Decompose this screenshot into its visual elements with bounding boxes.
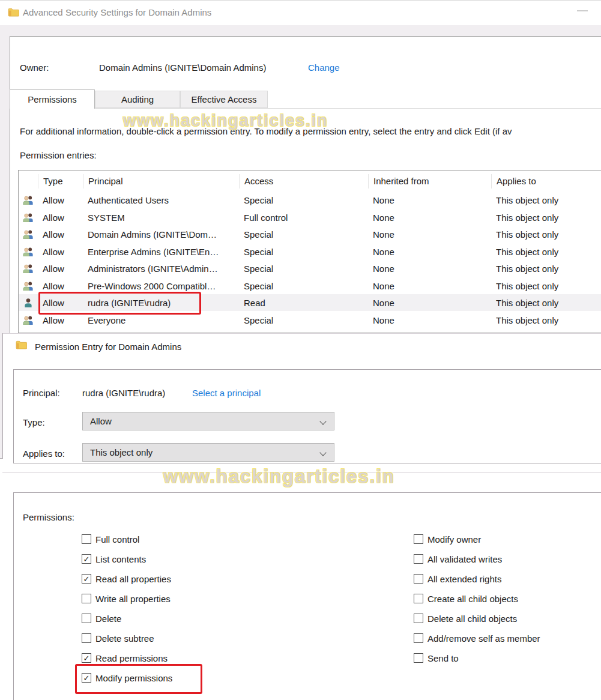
checkbox-modify-permissions[interactable]: ✓ Modify permissions (82, 672, 172, 683)
checkbox-label: Send to (427, 653, 459, 663)
checkbox-label: All extended rights (427, 574, 501, 584)
window1-title: Advanced Security Settings for Domain Ad… (23, 7, 211, 17)
cell-applies-to: This object only (491, 247, 601, 257)
type-select[interactable]: Allow (82, 412, 334, 430)
checkbox-full-control[interactable]: Full control (82, 534, 139, 545)
header-type[interactable]: Type (38, 174, 83, 189)
checkbox-label: List contents (95, 554, 146, 564)
cell-inherited-from: None (368, 195, 491, 205)
checkbox-create-all-child-objects[interactable]: Create all child objects (414, 593, 518, 604)
checkbox-read-permissions[interactable]: ✓ Read permissions (82, 653, 168, 663)
cell-access: Special (239, 264, 368, 274)
cell-inherited-from: None (368, 298, 491, 308)
checkbox-label: Delete subtree (95, 633, 154, 644)
checkbox-read-all-properties[interactable]: ✓ Read all properties (82, 573, 171, 584)
table-row[interactable]: Allow Authenticated Users Special None T… (19, 192, 601, 208)
cell-access: Special (239, 195, 368, 205)
minimize-button[interactable] (577, 10, 588, 11)
checkbox-box[interactable] (414, 653, 423, 663)
checkbox-box[interactable] (414, 614, 423, 623)
checkbox-write-all-properties[interactable]: Write all properties (82, 593, 171, 604)
checkbox-box[interactable] (414, 594, 423, 603)
checkbox-box[interactable] (414, 534, 423, 544)
cell-applies-to: This object only (491, 281, 601, 291)
checkbox-box[interactable] (414, 554, 423, 564)
tab-effective-access[interactable]: Effective Access (180, 91, 268, 108)
checkbox-label: Modify permissions (95, 673, 172, 683)
checkbox-box[interactable]: ✓ (82, 653, 91, 663)
checkbox-delete-subtree[interactable]: Delete subtree (82, 633, 154, 644)
group-icon (22, 213, 34, 222)
checkbox-box[interactable] (82, 614, 91, 623)
cell-type: Allow (38, 298, 83, 308)
checkbox-label: Read all properties (95, 574, 171, 584)
info-text: For additional information, double-click… (20, 126, 601, 136)
header-principal[interactable]: Principal (83, 174, 239, 189)
group-icon (22, 315, 34, 325)
cell-principal: Pre-Windows 2000 Compatibl… (83, 281, 239, 291)
cell-applies-to: This object only (491, 229, 601, 240)
table-row[interactable]: Allow Domain Admins (IGNITE\Dom… Special… (19, 226, 601, 243)
cell-applies-to: This object only (491, 298, 601, 308)
checkbox-label: Delete (95, 614, 121, 624)
header-access[interactable]: Access (239, 174, 368, 189)
group-icon (22, 229, 34, 239)
checkbox-delete[interactable]: Delete (82, 613, 121, 624)
select-principal-link[interactable]: Select a principal (192, 388, 261, 398)
cell-inherited-from: None (368, 315, 491, 325)
tab-auditing[interactable]: Auditing (95, 91, 180, 108)
table-row-rudra[interactable]: Allow rudra (IGNITE\rudra) Read None Thi… (19, 294, 601, 311)
cell-inherited-from: None (368, 247, 491, 257)
tab-permissions[interactable]: Permissions (10, 89, 95, 109)
checkbox-all-extended-rights[interactable]: All extended rights (414, 573, 501, 584)
checkbox-box[interactable] (414, 574, 423, 584)
window2-left-edge (2, 333, 3, 459)
cell-access: Special (239, 281, 368, 291)
type-select-value: Allow (90, 416, 112, 426)
checkbox-box[interactable]: ✓ (82, 554, 91, 564)
checkbox-list-contents[interactable]: ✓ List contents (82, 554, 146, 564)
table-row[interactable]: Allow Enterprise Admins (IGNITE\En… Spec… (19, 243, 601, 260)
change-owner-link[interactable]: Change (308, 62, 340, 73)
folder-icon (8, 8, 19, 17)
checkbox-send-to[interactable]: Send to (414, 653, 459, 663)
checkbox-add-remove-self-as-member[interactable]: Add/remove self as member (414, 633, 540, 644)
cell-inherited-from: None (368, 281, 491, 291)
checkbox-box[interactable] (82, 534, 91, 544)
table-row[interactable]: Allow Administrators (IGNITE\Admin… Spec… (19, 260, 601, 277)
table-row-partial[interactable] (19, 328, 601, 333)
permission-entries-table[interactable]: Type Principal Access Inherited from App… (18, 170, 601, 333)
cell-inherited-from: None (368, 213, 491, 223)
checkbox-label: Delete all child objects (427, 614, 517, 624)
type-label: Type: (23, 417, 45, 427)
cell-access: Special (239, 247, 368, 257)
applies-to-select-value: This object only (90, 447, 153, 457)
tab-strip-line (10, 108, 601, 109)
owner-value: Domain Admins (IGNITE\Domain Admins) (99, 62, 266, 73)
applies-to-select[interactable]: This object only (82, 443, 334, 462)
checkbox-box[interactable] (82, 594, 91, 603)
header-icon-column (19, 174, 38, 189)
table-row[interactable]: Allow Pre-Windows 2000 Compatibl… Specia… (19, 277, 601, 294)
checkbox-box[interactable]: ✓ (82, 574, 91, 584)
checkbox-box[interactable] (82, 633, 91, 643)
cell-type: Allow (38, 213, 83, 223)
principal-value: rudra (IGNITE\rudra) (82, 388, 165, 398)
table-row[interactable]: Allow Everyone Special None This object … (19, 312, 601, 328)
cell-applies-to: This object only (491, 195, 601, 205)
cell-type: Allow (38, 315, 83, 325)
checkbox-box[interactable] (414, 633, 423, 643)
cell-principal: Authenticated Users (83, 195, 239, 205)
checkbox-all-validated-writes[interactable]: All validated writes (414, 554, 502, 564)
cell-access: Special (239, 229, 368, 240)
cell-type: Allow (38, 247, 83, 257)
checkbox-delete-all-child-objects[interactable]: Delete all child objects (414, 613, 517, 624)
checkbox-box[interactable]: ✓ (82, 673, 91, 683)
header-applies-to[interactable]: Applies to (491, 174, 601, 189)
owner-label: Owner: (20, 62, 49, 73)
cell-type: Allow (38, 229, 83, 240)
header-inherited-from[interactable]: Inherited from (368, 174, 491, 189)
checkbox-modify-owner[interactable]: Modify owner (414, 534, 481, 545)
table-row[interactable]: Allow SYSTEM Full control None This obje… (19, 209, 601, 226)
group-icon (22, 281, 34, 291)
